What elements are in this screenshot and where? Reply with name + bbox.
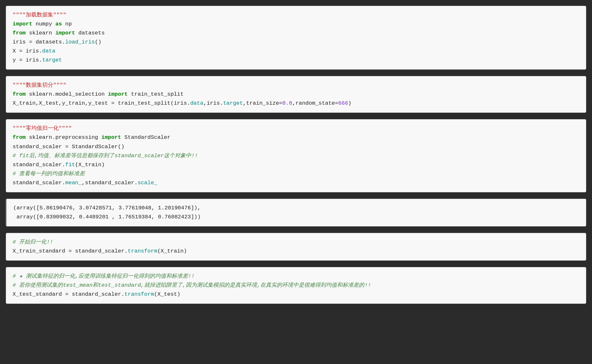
code-token: transform — [124, 291, 154, 297]
code-token: y = iris. — [13, 57, 42, 63]
cell-output-normalize[interactable]: (array([5.86190476, 3.07428571, 3.776190… — [6, 199, 586, 226]
code-line: """"零均值归一化"""" — [13, 124, 579, 133]
code-line: # fit后,均值、标准差等信息都保存到了standard_scaler这个对象… — [13, 151, 579, 160]
code-token: standard_scaler = StandardScaler() — [13, 144, 124, 150]
code-line: iris = datasets.load_iris() — [13, 38, 579, 47]
code-line: standard_scaler = StandardScaler() — [13, 142, 579, 151]
code-token: 666 — [338, 100, 348, 106]
code-token: (X_train) — [75, 162, 105, 168]
notebook: """"加载数据集""""import numpy as npfrom skle… — [6, 6, 586, 307]
code-token: array([0.83909032, 0.4489201 , 1.7651938… — [13, 214, 201, 220]
code-token: standard_scaler. — [13, 162, 65, 168]
code-token: X_train_standard = standard_scaler. — [13, 248, 128, 254]
code-token: () — [95, 39, 101, 45]
code-token: iris = datasets. — [13, 39, 65, 45]
code-token: StandardScaler — [121, 134, 171, 140]
code-token: ,train_size= — [243, 100, 282, 106]
code-line: # 查看每一列的均值和标准差 — [13, 169, 579, 178]
code-token: # 开始归一化!! — [13, 239, 53, 245]
code-token: datasets — [75, 30, 105, 36]
code-token: # ★ 测试集特征的归一化,应使用训练集特征归一化得到的均值和标准差!! — [13, 273, 194, 279]
code-token: (X_test) — [154, 291, 181, 297]
code-line: from sklearn import datasets — [13, 29, 579, 38]
code-token: import — [13, 21, 32, 27]
code-token: # 查看每一列的均值和标准差 — [13, 171, 85, 177]
code-line: X_test_standard = standard_scaler.transf… — [13, 290, 579, 299]
cell-start-normalize[interactable]: # 开始归一化!!X_train_standard = standard_sca… — [6, 233, 586, 261]
code-token: # fit后,均值、标准差等信息都保存到了standard_scaler这个对象… — [13, 153, 198, 159]
code-token: train_test_split — [128, 91, 183, 97]
code-token: from — [13, 134, 26, 140]
code-line: standard_scaler.mean_,standard_scaler.sc… — [13, 178, 579, 187]
code-token: fit — [65, 162, 75, 168]
code-line: # ★ 测试集特征的归一化,应使用训练集特征归一化得到的均值和标准差!! — [13, 272, 579, 281]
code-token: from — [13, 30, 26, 36]
code-line: """"数据集切分"""" — [13, 81, 579, 90]
code-token: ,random_state= — [292, 100, 338, 106]
code-token: np — [62, 21, 72, 27]
code-line: standard_scaler.fit(X_train) — [13, 160, 579, 169]
code-line: array([0.83909032, 0.4489201 , 1.7651938… — [13, 213, 579, 222]
code-token: """"零均值归一化"""" — [13, 125, 72, 131]
code-token: data — [42, 48, 55, 54]
code-line: """"加载数据集"""" — [13, 11, 579, 20]
code-token: import — [108, 91, 128, 97]
code-token: sklearn — [26, 30, 55, 36]
code-token: target — [223, 100, 243, 106]
code-token: X_train,X_test,y_train,y_test = train_te… — [13, 100, 190, 106]
code-token: from — [13, 91, 26, 97]
code-token: (array([5.86190476, 3.07428571, 3.776190… — [13, 205, 201, 211]
code-line: from sklearn.model_selection import trai… — [13, 90, 579, 99]
code-line: from sklearn.preprocessing import Standa… — [13, 133, 579, 142]
code-line: # 若你使用测试集的test_mean和test_standard,就掉进陷阱里… — [13, 281, 579, 290]
code-token: X_test_standard = standard_scaler. — [13, 291, 124, 297]
cell-test-normalize[interactable]: # ★ 测试集特征的归一化,应使用训练集特征归一化得到的均值和标准差!!# 若你… — [6, 267, 586, 304]
code-token: sklearn.model_selection — [26, 91, 108, 97]
code-token: data — [190, 100, 203, 106]
code-token: ,standard_scaler. — [82, 180, 137, 186]
code-token: as — [55, 21, 62, 27]
code-line: X = iris.data — [13, 47, 579, 56]
code-token: # 若你使用测试集的test_mean和test_standard,就掉进陷阱里… — [13, 282, 371, 288]
code-token: """"数据集切分"""" — [13, 82, 66, 88]
code-line: # 开始归一化!! — [13, 238, 579, 247]
code-line: import numpy as np — [13, 20, 579, 29]
code-token: import — [101, 134, 121, 140]
code-token: """"加载数据集"""" — [13, 12, 66, 18]
code-token: load_iris — [65, 39, 95, 45]
code-token: sklearn.preprocessing — [26, 134, 102, 140]
code-token: 0.8 — [282, 100, 292, 106]
code-token: scale_ — [138, 180, 157, 186]
code-token: numpy — [32, 21, 55, 27]
code-token: standard_scaler. — [13, 180, 65, 186]
code-line: X_train,X_test,y_train,y_test = train_te… — [13, 99, 579, 108]
cell-split-dataset[interactable]: """"数据集切分""""from sklearn.model_selectio… — [6, 76, 586, 113]
code-token: (X_train) — [157, 248, 187, 254]
cell-normalize[interactable]: """"零均值归一化""""from sklearn.preprocessing… — [6, 119, 586, 192]
code-token: X = iris. — [13, 48, 42, 54]
code-token: target — [42, 57, 62, 63]
code-token: ,iris. — [203, 100, 223, 106]
code-token: transform — [128, 248, 157, 254]
code-token: ) — [348, 100, 351, 106]
cell-load-dataset[interactable]: """"加载数据集""""import numpy as npfrom skle… — [6, 6, 586, 70]
code-line: y = iris.target — [13, 56, 579, 65]
code-token: import — [55, 30, 75, 36]
code-token: mean_ — [65, 180, 82, 186]
code-line: X_train_standard = standard_scaler.trans… — [13, 247, 579, 256]
code-line: (array([5.86190476, 3.07428571, 3.776190… — [13, 204, 579, 213]
